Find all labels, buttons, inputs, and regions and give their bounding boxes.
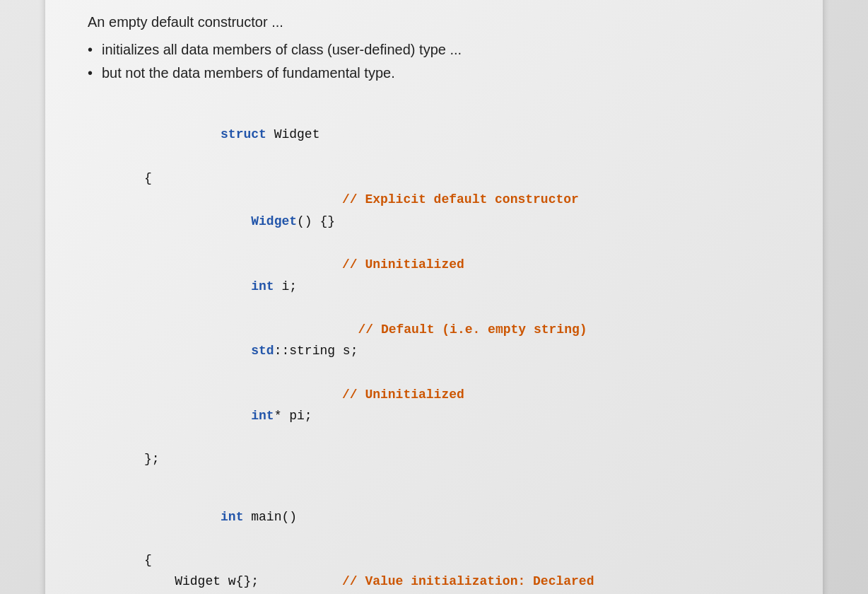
slide: Data Member Initialization An empty defa… xyxy=(45,0,823,594)
keyword-int-pi: int xyxy=(221,409,274,423)
code-line-open-brace-struct: { xyxy=(144,168,780,190)
intro-text: An empty default constructor ... xyxy=(88,14,780,30)
int-i-decl: i; xyxy=(274,279,297,293)
bullet-item-2: but not the data members of fundamental … xyxy=(88,65,780,81)
comment-ctor: // Explicit default constructor xyxy=(342,189,579,211)
ctor-decl: Widget() {} xyxy=(144,189,342,254)
slide-body: An empty default constructor ... initial… xyxy=(88,14,780,594)
code-line-widget-w: Widget w{}; // Value initialization: Dec… xyxy=(144,571,780,593)
keyword-int-i: int xyxy=(221,279,274,293)
code-line-int-pi: int* pi; // Uninitialized xyxy=(144,384,780,449)
code-line-open-brace-main: { xyxy=(144,549,780,571)
comment-widget-w: // Value initialization: Declared xyxy=(342,571,594,593)
bullet-item-1: initializes all data members of class (u… xyxy=(88,42,780,58)
comment-int-i: // Uninitialized xyxy=(342,254,464,276)
keyword-struct: struct xyxy=(221,127,266,141)
code-line-string-s: std::string s; // Default (i.e. empty st… xyxy=(144,319,780,384)
comment-string-s: // Default (i.e. empty string) xyxy=(358,319,587,341)
widget-w-decl: Widget w{}; xyxy=(144,571,342,593)
code-line-close-brace-struct: }; xyxy=(144,448,780,470)
code-line-ctor: Widget() {} // Explicit default construc… xyxy=(144,189,780,254)
code-block: struct Widget { Widget() {} // Explicit … xyxy=(144,103,780,594)
string-s-decl: ::string s; xyxy=(274,344,358,358)
bullet-list: initializes all data members of class (u… xyxy=(88,42,780,81)
struct-name: Widget xyxy=(266,127,320,141)
keyword-int-main: int xyxy=(221,510,243,524)
code-line-main-decl: int main() xyxy=(144,484,780,549)
comment-int-pi: // Uninitialized xyxy=(342,384,464,406)
int-pi-decl: * pi; xyxy=(274,409,312,423)
keyword-std: std xyxy=(221,344,274,358)
code-line-int-i: int i; // Uninitialized xyxy=(144,254,780,319)
main-decl: main() xyxy=(243,510,297,524)
code-line-struct-decl: struct Widget xyxy=(144,103,780,168)
